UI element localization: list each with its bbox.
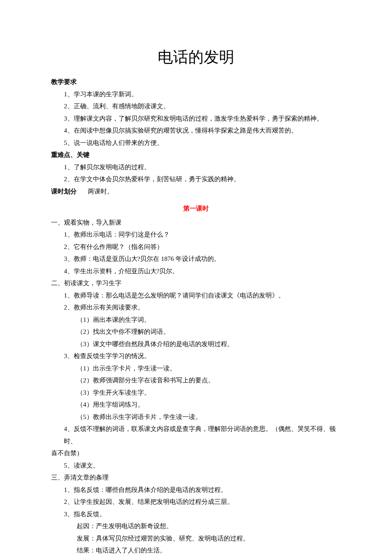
class-division-row: 课时划分 两课时。	[51, 185, 341, 198]
tr-item-4: 4、在阅读中想像贝尔搞实验研究的艰苦状况，懂得科学探索之路是伟大而艰苦的。	[51, 124, 341, 137]
l1-sec1-item-4: 4、学生出示资料，介绍亚历山大?贝尔。	[51, 265, 341, 278]
l1-sec2-item3-sub-5: （5）教师出示生字词语卡片，学生读一读。	[51, 411, 341, 423]
kp-item-1: 1、了解贝尔发明电话的过程。	[51, 161, 341, 173]
l1-sec2-item2-sub-3: （3）课文中哪些自然段具体介绍的是电话的发明过程。	[51, 338, 341, 350]
key-points-label: 重难点、关键	[51, 149, 341, 161]
page-title: 电话的发明	[51, 43, 341, 72]
l1-sec2-item-4-line1: 4、反馈不理解的词语，联系课文内容或是查字典，理解部分词语的意思。（偶然、哭笑不…	[51, 423, 341, 447]
class-division-value: 两课时。	[88, 188, 113, 195]
tr-item-1: 1、学习本课的生字新词。	[51, 88, 341, 101]
l1-sec2-item-4-line2: 喜不自禁）	[51, 447, 341, 460]
l1-sec2-item3-sub-4: （4）用生字组词练习。	[51, 399, 341, 411]
l1-sec2-item2-sub-2: （2）找出文中你不理解的词语。	[51, 326, 341, 338]
l1-sec2-item2-sub-1: （1）画出本课的生字词。	[51, 314, 341, 326]
l1-sec3-heading: 三、弄清文章的条理	[51, 471, 341, 484]
l1-sec3-item3-sub-3: 结果：电话进入了人们的生活。	[51, 544, 341, 555]
l1-sec3-item3-sub-2: 发展：具体写贝尔经过艰苦的实验、研究、发明电话的过程。	[51, 532, 341, 545]
class-division-label: 课时划分	[51, 188, 77, 195]
l1-sec3-item-3: 3、指名反馈。	[51, 508, 341, 520]
tr-item-3: 3、理解课文内容，了解贝尔研究和发明电话的过程，激发学生热爱科学，勇于探索的精神…	[51, 113, 341, 125]
l1-sec1-heading: 一、观看实物，导入新课	[51, 217, 341, 229]
l1-sec2-item-3: 3、检查反馈生字学习的情况。	[51, 350, 341, 362]
lesson-1-header: 第一课时	[51, 202, 341, 215]
l1-sec2-item3-sub-1: （1）出示生字卡片，学生读一读。	[51, 362, 341, 375]
kp-item-2: 2、在学文中体会贝尔热爱科学，刻苦钻研，勇于实践的精神。	[51, 173, 341, 185]
l1-sec1-item-3: 3、教师：电话是亚历山大?贝尔在 1876 年设计成功的。	[51, 253, 341, 265]
tr-item-2: 2、正确、流利、有感情地朗读课文。	[51, 100, 341, 113]
l1-sec2-item3-sub-2: （2）教师强调部分生字在读音和书写上的要点。	[51, 374, 341, 387]
l1-sec2-item-1: 1、教师导读：那么电话是怎么发明的呢？请同学们自读课文《电话的发明》。	[51, 289, 341, 302]
teaching-requirements-label: 教学要求	[51, 76, 341, 88]
l1-sec3-item-2: 2、让学生按起因、发展、结果把发明电话的过程分成三层。	[51, 496, 341, 508]
l1-sec1-item-1: 1、教师出示电话：同学们这是什么？	[51, 228, 341, 241]
l1-sec2-item3-sub-3: （3）学生开火车读生字。	[51, 387, 341, 399]
l1-sec2-heading: 二、初读课文，学习生字	[51, 277, 341, 289]
l1-sec1-item-2: 2、它有什么作用呢？（指名问答）	[51, 241, 341, 253]
l1-sec2-item-2: 2、教师出示有关阅读要求。	[51, 301, 341, 314]
l1-sec2-item-5: 5、读课文。	[51, 460, 341, 472]
tr-item-5: 5、说一说电话给人们带来的方便。	[51, 137, 341, 149]
l1-sec3-item3-sub-1: 起因：产生发明电话的新奇设想。	[51, 520, 341, 532]
l1-sec3-item-1: 1、指名反馈：哪些自然段具体介绍的是电话的发明过程。	[51, 484, 341, 496]
